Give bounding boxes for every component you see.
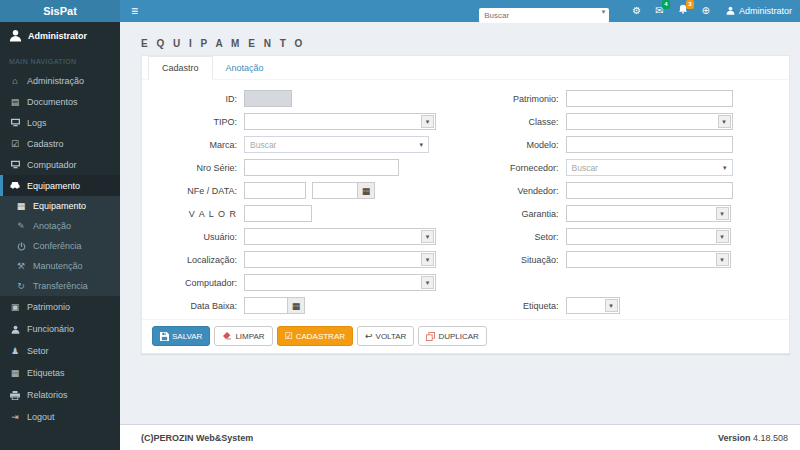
data-baixa-calendar-button[interactable]: ▦ (288, 297, 305, 314)
form-row: V A L O R (152, 202, 466, 225)
modelo-field[interactable] (566, 136, 733, 153)
localizacao-select[interactable]: ▾ (244, 251, 436, 268)
sidebar-item-label: Setor (27, 346, 49, 356)
button-label: SALVAR (172, 332, 202, 341)
caret-down-icon: ▾ (716, 207, 729, 220)
setor-select[interactable]: ▾ (566, 228, 731, 245)
search-input[interactable] (479, 8, 609, 23)
form-column-right: Patrimonio: Classe: ▾ Modelo: Fornecedor… (466, 87, 780, 317)
fornecedor-combobox[interactable]: Buscar ▾ (566, 159, 733, 176)
sidebar-item-funcionario[interactable]: Funcionário (0, 318, 120, 340)
power-icon (15, 242, 27, 251)
salvar-button[interactable]: SALVAR (152, 326, 210, 346)
main-footer: (C)PEROZIN Web&System Version 4.18.508 (120, 424, 800, 450)
nro-serie-field[interactable] (244, 159, 399, 176)
submenu-item-anotacao[interactable]: ✎ Anotação (0, 216, 120, 236)
button-label: VOLTAR (376, 332, 407, 341)
situacao-select[interactable]: ▾ (566, 251, 731, 268)
garantia-select[interactable]: ▾ (566, 205, 731, 222)
limpar-button[interactable]: LIMPAR (214, 326, 272, 346)
voltar-button[interactable]: ↩ VOLTAR (357, 326, 414, 346)
classe-select[interactable]: ▾ (566, 113, 733, 130)
data-baixa-field[interactable] (244, 297, 288, 314)
nfe-date-field[interactable] (312, 182, 358, 199)
id-field (244, 90, 292, 107)
file-icon: ▤ (9, 97, 21, 107)
form-row: Etiqueta: ▾ (466, 294, 780, 317)
sidebar-user-label: Administrator (28, 31, 87, 41)
footer-version: Version 4.18.508 (718, 433, 788, 443)
sidebar-item-equipamento[interactable]: Equipamento (0, 175, 120, 196)
sidebar-item-label: Documentos (27, 97, 78, 107)
sidebar-item-computador[interactable]: Computador (0, 154, 120, 175)
check-square-icon: ☑ (285, 331, 293, 341)
field-label: Nro Série: (152, 163, 244, 173)
user-menu-label: Administrator (739, 6, 792, 16)
sidebar-item-logs[interactable]: Logs (0, 112, 120, 133)
field-label: Setor: (466, 232, 566, 242)
marca-combobox[interactable]: Buscar ▾ (244, 136, 429, 153)
field-label: Etiqueta: (466, 301, 566, 311)
sidebar-item-cadastro[interactable]: ☑ Cadastro (0, 133, 120, 154)
wrench-icon: ⚒ (15, 261, 27, 271)
form-row: Situação: ▾ (466, 248, 780, 271)
duplicar-button[interactable]: DUPLICAR (418, 326, 486, 346)
form-row: Data Baixa: ▦ (152, 294, 466, 317)
messages-button[interactable]: ✉ 4 (655, 0, 663, 22)
field-label: NFe / DATA: (152, 186, 244, 196)
navbar-main: ≡ ▾ ⚙ ✉ 4 3 ⊕ Administrator (120, 0, 800, 22)
sidebar-section-header: MAIN NAVIGATION (0, 50, 120, 70)
sidebar-item-patrimonio[interactable]: ▣ Patrimonio (0, 296, 120, 318)
notifications-badge: 3 (686, 0, 693, 9)
settings-button[interactable]: ⚙ (632, 0, 641, 22)
calculator-icon: ▦ (15, 201, 27, 211)
app-window: SisPat ≡ ▾ ⚙ ✉ 4 3 ⊕ Administrator (0, 0, 800, 450)
submenu-item-transferencia[interactable]: ↻ Transferência (0, 276, 120, 296)
brand-logo[interactable]: SisPat (0, 0, 120, 22)
submenu-item-manutencao[interactable]: ⚒ Manutenção (0, 256, 120, 276)
user-icon (9, 29, 22, 44)
tab-bar: Cadastro Anotação (142, 56, 789, 80)
valor-field[interactable] (244, 205, 312, 222)
cadastrar-button[interactable]: ☑ CADASTRAR (277, 326, 353, 346)
caret-down-icon: ▾ (718, 115, 731, 128)
sidebar-item-relatorios[interactable]: Relatorios (0, 384, 120, 406)
field-label: Localização: (152, 255, 244, 265)
caret-down-icon: ▾ (421, 230, 434, 243)
patrimonio-field[interactable] (566, 90, 733, 107)
user-menu[interactable]: Administrator (726, 6, 792, 17)
nfe-date-calendar-button[interactable]: ▦ (358, 182, 375, 199)
submenu-item-conferencia[interactable]: Conferência (0, 236, 120, 256)
nfe-field[interactable] (244, 182, 306, 199)
sidebar-item-logout[interactable]: ⇥ Logout (0, 406, 120, 428)
footer-copyright: (C)PEROZIN Web&System (141, 433, 253, 443)
sidebar-item-label: Etiquetas (27, 368, 65, 378)
etiqueta-select[interactable]: ▾ (566, 297, 620, 314)
sidebar-toggle-button[interactable]: ≡ (120, 0, 149, 22)
expand-button[interactable]: ⊕ (702, 0, 710, 22)
sidebar-item-label: Administração (27, 76, 84, 86)
tab-cadastro[interactable]: Cadastro (148, 56, 213, 80)
form-column-left: ID: TIPO: ▾ Marca: Buscar ▾ (152, 87, 466, 317)
form-row: Modelo: (466, 133, 780, 156)
form-row: Garantia: ▾ (466, 202, 780, 225)
computador-select[interactable]: ▾ (244, 274, 436, 291)
gear-icon: ⚙ (632, 0, 641, 22)
tab-anotacao[interactable]: Anotação (213, 57, 277, 79)
sign-out-icon: ⇥ (9, 412, 21, 422)
tipo-select[interactable]: ▾ (244, 113, 436, 130)
sidebar-user-panel[interactable]: Administrator (0, 22, 120, 50)
form-row: Patrimonio: (466, 87, 780, 110)
field-label: Situação: (466, 255, 566, 265)
combobox-placeholder: Buscar (572, 163, 723, 173)
sidebar-item-etiquetas[interactable]: ▦ Etiquetas (0, 362, 120, 384)
form-box: Cadastro Anotação ID: TIPO: ▾ Marca: (141, 55, 790, 354)
form-row: Usuário: ▾ (152, 225, 466, 248)
usuario-select[interactable]: ▾ (244, 228, 436, 245)
sidebar-item-documentos[interactable]: ▤ Documentos (0, 91, 120, 112)
sidebar-item-administracao[interactable]: ⌂ Administração (0, 70, 120, 91)
sidebar-item-setor[interactable]: ♟ Setor (0, 340, 120, 362)
vendedor-field[interactable] (566, 182, 733, 199)
submenu-item-equipamento[interactable]: ▦ Equipamento (0, 196, 120, 216)
notifications-button[interactable]: 3 (678, 0, 688, 22)
